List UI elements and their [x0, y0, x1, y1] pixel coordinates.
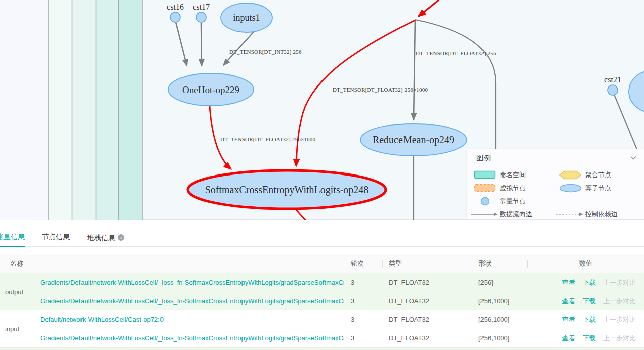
compare-prev-link: 上一步对比 — [603, 334, 636, 343]
table-row: Default/network-WithLossCell/Cast-op72:0… — [0, 310, 644, 329]
type-cell: DT_FLOAT32 — [382, 297, 476, 305]
edge-label: DT_TENSOR[DT_FLOAT32] 256×1000 — [333, 86, 428, 93]
compare-prev-link: 上一步对比 — [603, 297, 636, 306]
legend-item-namespace: 命名空间 — [470, 170, 556, 180]
operator-node-softmax-selected[interactable]: SoftmaxCrossEntropyWithLogits-op248 — [188, 170, 386, 209]
legend-item-operator: 算子节点 — [556, 183, 644, 193]
table-header-row: 名称 轮次 类型 形状 数值 — [0, 254, 644, 273]
tab-label: 张量信息 — [0, 233, 25, 241]
aggregation-swatch-icon — [556, 170, 585, 180]
node-label: SoftmaxCrossEntropyWithLogits-op248 — [205, 184, 369, 196]
legend-label: 虚拟节点 — [500, 184, 526, 193]
namespace-stripe-3[interactable] — [96, 0, 118, 220]
download-link[interactable]: 下载 — [583, 315, 596, 324]
edge-label: DT_TENSOR[DT_INT32] 256 — [229, 49, 302, 55]
namespace-stripe-1[interactable] — [49, 0, 72, 220]
view-link[interactable]: 查看 — [562, 315, 575, 324]
round-cell: 3 — [344, 334, 382, 342]
view-link[interactable]: 查看 — [562, 278, 575, 287]
detail-panel: 张量信息 节点信息 堆栈信息 i 名称 轮次 类型 形状 数值 output — [0, 220, 644, 350]
node-label: ReduceMean-op249 — [373, 134, 454, 146]
edge-label: DT_TENSOR[DT_FLOAT32] 256 — [416, 50, 496, 56]
next-group-partial-row — [0, 347, 644, 350]
info-icon[interactable]: i — [118, 234, 124, 241]
namespace-stripe-4[interactable] — [119, 0, 142, 220]
tensor-table: 名称 轮次 类型 形状 数值 output Gradients/Default/… — [0, 254, 644, 350]
compare-prev-link: 上一步对比 — [603, 315, 636, 324]
legend-label: 数据流向边 — [500, 210, 532, 219]
type-cell: DT_FLOAT32 — [382, 316, 476, 323]
round-cell: 3 — [344, 297, 382, 305]
const-node-cst16[interactable]: cst16 — [167, 3, 184, 22]
tensor-group-output: output Gradients/Default/network-WithLos… — [0, 273, 644, 310]
tensor-name-link[interactable]: Default/network-WithLossCell/Cast-op72:0 — [40, 316, 164, 323]
tab-bar: 张量信息 节点信息 堆栈信息 i — [0, 229, 644, 247]
legend-item-constant: 常量节点 — [470, 196, 556, 206]
shape-cell: [256,1000] — [476, 316, 527, 323]
column-header-name: 名称 — [0, 254, 344, 273]
computation-graph-canvas[interactable]: DT_TENSOR[DT_INT32] 256 DT_TENSOR[DT_FLO… — [0, 0, 644, 220]
type-cell: DT_FLOAT32 — [382, 279, 476, 286]
table-row: Gradients/Default/network-WithLossCell/_… — [0, 292, 644, 310]
const-node-cst17[interactable]: cst17 — [193, 3, 210, 22]
operator-node-clipped[interactable] — [629, 70, 644, 113]
node-label: OneHot-op229 — [182, 84, 239, 95]
table-row: Gradients/Default/network-WithLossCell/_… — [0, 273, 644, 292]
namespace-stripe-2[interactable] — [72, 0, 96, 220]
operator-node-onehot[interactable]: OneHot-op229 — [168, 73, 254, 106]
const-node-cst21[interactable]: cst21 — [604, 75, 621, 95]
legend-item-dataflow: 数据流向边 — [470, 209, 556, 219]
legend-label: 常量节点 — [500, 197, 526, 206]
node-label: inputs1 — [233, 13, 260, 23]
legend-panel: 图例 命名空间 聚合节点 — [467, 149, 644, 220]
legend-label: 聚合节点 — [585, 170, 611, 180]
download-link[interactable]: 下载 — [583, 297, 596, 306]
dataflow-edge-icon — [470, 211, 500, 217]
virtual-swatch-icon — [470, 184, 500, 193]
legend-item-aggregation: 聚合节点 — [556, 170, 644, 180]
tab-tensor-info[interactable]: 张量信息 — [0, 229, 25, 247]
compare-prev-link: 上一步对比 — [603, 278, 636, 287]
download-link[interactable]: 下载 — [583, 334, 596, 343]
mindinsight-graph-page: DT_TENSOR[DT_INT32] 256 DT_TENSOR[DT_FLO… — [0, 0, 644, 350]
constant-swatch-icon — [470, 197, 500, 206]
namespace-swatch-icon — [470, 170, 500, 180]
node-label: cst17 — [193, 3, 210, 11]
column-header-value: 数值 — [527, 254, 644, 273]
legend-header: 图例 — [467, 149, 644, 166]
operator-swatch-icon — [556, 184, 585, 193]
shape-cell: [256,1000] — [476, 334, 527, 342]
round-cell: 3 — [344, 316, 382, 323]
legend-title: 图例 — [476, 154, 491, 162]
operator-node-reducemean[interactable]: ReduceMean-op249 — [360, 124, 467, 156]
tensor-name-link[interactable]: Gradients/Default/network-WithLossCell/_… — [40, 334, 344, 342]
tab-stack-info[interactable]: 堆栈信息 i — [87, 229, 124, 247]
table-row: Gradients/Default/network-WithLossCell/_… — [0, 329, 644, 347]
legend-body: 命名空间 聚合节点 虚拟节点 — [467, 166, 644, 219]
legend-item-virtual: 虚拟节点 — [470, 183, 556, 193]
tensor-name-link[interactable]: Gradients/Default/network-WithLossCell/_… — [40, 297, 344, 305]
legend-label: 命名空间 — [500, 170, 526, 180]
tab-label: 堆栈信息 — [87, 230, 115, 246]
node-label: cst16 — [167, 3, 184, 11]
legend-label: 算子节点 — [585, 184, 611, 193]
column-header-shape: 形状 — [476, 254, 527, 273]
canvas-margin — [0, 0, 49, 220]
edge-label: DT_TENSOR[DT_FLOAT32] 256×1000 — [220, 136, 315, 142]
tensor-name-link[interactable]: Gradients/Default/network-WithLossCell/_… — [40, 279, 344, 286]
tab-label: 节点信息 — [42, 233, 70, 241]
legend-item-control: 控制依赖边 — [556, 209, 644, 219]
operator-node-inputs1[interactable]: inputs1 — [221, 3, 272, 32]
download-link[interactable]: 下载 — [583, 278, 596, 287]
tab-node-info[interactable]: 节点信息 — [42, 229, 70, 247]
shape-cell: [256,1000] — [476, 297, 527, 305]
node-label: cst21 — [604, 75, 621, 84]
chevron-down-icon[interactable] — [630, 154, 637, 161]
control-edge-icon — [556, 211, 585, 217]
tensor-group-input: input Default/network-WithLossCell/Cast-… — [0, 310, 644, 347]
legend-label: 控制依赖边 — [585, 210, 618, 219]
round-cell: 3 — [344, 279, 382, 286]
column-header-round: 轮次 — [344, 254, 382, 273]
view-link[interactable]: 查看 — [562, 334, 575, 343]
view-link[interactable]: 查看 — [562, 297, 575, 306]
